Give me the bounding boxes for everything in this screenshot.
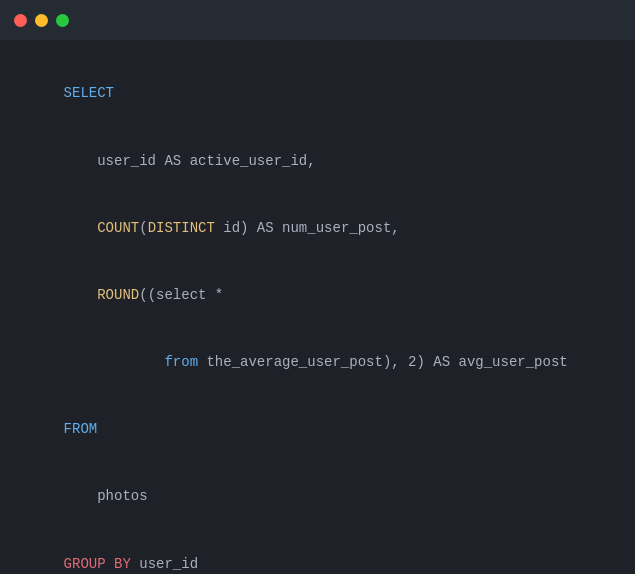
code-editor: SELECT user_id AS active_user_id, COUNT(… [0, 40, 635, 574]
code-line-3-rest: id) AS num_user_post, [215, 220, 400, 236]
code-line-8-rest: user_id [131, 556, 198, 572]
titlebar [0, 0, 635, 40]
minimize-button[interactable] [35, 14, 48, 27]
code-line-3: COUNT(DISTINCT id) AS num_user_post, [30, 194, 605, 261]
code-line-6: FROM [30, 396, 605, 463]
keyword-from-inner: from [164, 354, 198, 370]
fn-count: COUNT [97, 220, 139, 236]
fn-round: ROUND [97, 287, 139, 303]
kw-distinct: DISTINCT [148, 220, 215, 236]
keyword-select: SELECT [64, 85, 114, 101]
maximize-button[interactable] [56, 14, 69, 27]
close-button[interactable] [14, 14, 27, 27]
code-line-5: from the_average_user_post), 2) AS avg_u… [30, 329, 605, 396]
code-line-2: user_id AS active_user_id, [30, 127, 605, 194]
code-line-4-rest: ((select * [139, 287, 223, 303]
keyword-from: FROM [64, 421, 98, 437]
code-line-1: SELECT [30, 60, 605, 127]
code-line-5-rest: the_average_user_post), 2) AS avg_user_p… [198, 354, 568, 370]
code-line-8: GROUP BY user_id [30, 530, 605, 574]
code-line-4: ROUND((select * [30, 262, 605, 329]
code-line-7: photos [30, 463, 605, 530]
code-photos: photos [64, 488, 148, 504]
code-user-id: user_id AS active_user_id, [64, 153, 316, 169]
keyword-group-by: GROUP BY [64, 556, 131, 572]
